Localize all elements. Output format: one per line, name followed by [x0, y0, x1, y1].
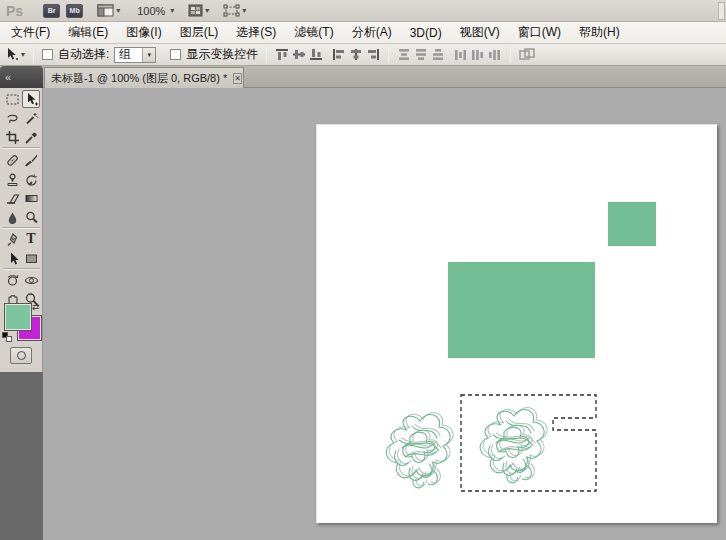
green-square-shape[interactable]: [608, 202, 656, 246]
move-tool[interactable]: [22, 90, 40, 108]
distribute-left-edges-icon[interactable]: [454, 48, 468, 61]
panel-well-background: [0, 372, 43, 540]
distribute-bottom-edges-icon[interactable]: [431, 48, 445, 61]
document-tab-bar: « 未标题-1 @ 100% (图层 0, RGB/8) * ✕: [0, 66, 726, 88]
menu-edit[interactable]: 编辑(E): [59, 21, 117, 44]
pen-tool[interactable]: [3, 230, 21, 248]
menu-filter[interactable]: 滤镜(T): [285, 21, 342, 44]
menu-3d[interactable]: 3D(D): [401, 23, 451, 43]
document-tab-title: 未标题-1 @ 100% (图层 0, RGB/8) *: [51, 71, 227, 86]
quick-mask-mode-button[interactable]: [10, 347, 32, 364]
launch-bridge-button[interactable]: Br: [43, 4, 60, 18]
menu-help[interactable]: 帮助(H): [570, 21, 629, 44]
crop-tool[interactable]: [3, 128, 21, 146]
3d-rotate-tool[interactable]: [3, 271, 21, 289]
view-extras-icon: [223, 4, 240, 17]
align-vertical-centers-icon[interactable]: [292, 48, 306, 61]
divider: [388, 47, 389, 63]
clone-stamp-tool[interactable]: [3, 170, 21, 188]
divider: [3, 147, 40, 149]
foreground-color-swatch[interactable]: [4, 303, 32, 331]
menu-window[interactable]: 窗口(W): [509, 21, 570, 44]
doodle-drawing-selected[interactable]: [471, 401, 557, 495]
quick-mask-icon: [17, 351, 26, 360]
spot-healing-brush-tool[interactable]: [3, 151, 21, 169]
chevron-down-icon: ▾: [21, 50, 25, 59]
path-selection-tool[interactable]: [3, 249, 21, 267]
quick-selection-tool[interactable]: [22, 109, 40, 127]
tool-panel: T ⇄: [0, 88, 43, 372]
align-bottom-edges-icon[interactable]: [309, 48, 323, 61]
photoshop-logo: Ps: [6, 3, 23, 19]
chevron-down-icon: ▾: [116, 6, 120, 15]
gradient-tool[interactable]: [22, 189, 40, 207]
distribute-vertical-centers-icon[interactable]: [414, 48, 428, 61]
eyedropper-tool[interactable]: [22, 128, 40, 146]
chevron-down-icon: ▾: [242, 6, 246, 15]
close-tab-icon[interactable]: ✕: [233, 73, 242, 84]
workspace: T ⇄: [0, 88, 726, 540]
menu-file[interactable]: 文件(F): [2, 21, 59, 44]
zoom-level-value[interactable]: 100%: [134, 4, 168, 18]
tool-options-bar: ▾ 自动选择: 组 ▾ 显示变换控件: [0, 44, 726, 66]
align-left-edges-icon[interactable]: [332, 48, 346, 61]
menu-select[interactable]: 选择(S): [227, 21, 285, 44]
menu-view[interactable]: 视图(V): [451, 21, 509, 44]
chevron-down-icon: ▾: [170, 6, 174, 15]
document-canvas[interactable]: [316, 124, 717, 523]
blur-tool[interactable]: [3, 208, 21, 226]
divider: [3, 227, 40, 229]
move-tool-icon: [4, 47, 19, 62]
auto-align-layers-icon[interactable]: [519, 48, 535, 61]
menu-bar: 文件(F) 编辑(E) 图像(I) 图层(L) 选择(S) 滤镜(T) 分析(A…: [0, 22, 726, 44]
screen-mode-icon: [188, 4, 203, 17]
divider: [266, 47, 267, 63]
auto-select-mode-dropdown[interactable]: 组 ▾: [114, 47, 156, 63]
history-brush-tool[interactable]: [22, 170, 40, 188]
align-top-edges-icon[interactable]: [275, 48, 289, 61]
align-horizontal-centers-icon[interactable]: [349, 48, 363, 61]
dodge-tool[interactable]: [22, 208, 40, 226]
canvas-area[interactable]: [43, 88, 726, 540]
launch-mini-bridge-button[interactable]: Mb: [66, 4, 83, 18]
screen-mode-control[interactable]: ▾: [188, 4, 209, 17]
application-bar: Ps Br Mb ▾ 100% ▾ ▾ ▾: [0, 0, 726, 22]
tool-preset-picker[interactable]: ▾: [4, 47, 25, 62]
lasso-tool[interactable]: [3, 109, 21, 127]
collapse-tool-panel-button[interactable]: «: [0, 66, 43, 88]
type-tool[interactable]: T: [22, 230, 40, 248]
divider: [33, 47, 34, 63]
distribute-top-edges-icon[interactable]: [397, 48, 411, 61]
show-transform-controls-checkbox[interactable]: [170, 49, 181, 60]
menu-image[interactable]: 图像(I): [117, 21, 170, 44]
distribute-buttons-group: [397, 48, 502, 61]
view-extras-control[interactable]: ▾: [223, 4, 246, 17]
chevron-down-icon: ▾: [205, 6, 209, 15]
rectangular-marquee-tool[interactable]: [3, 90, 21, 108]
auto-select-mode-value: 组: [119, 46, 131, 63]
3d-orbit-tool[interactable]: [22, 271, 40, 289]
rectangle-shape-tool[interactable]: [22, 249, 40, 267]
auto-select-checkbox[interactable]: [42, 49, 53, 60]
divider: [510, 47, 511, 63]
zoom-level-control[interactable]: 100% ▾: [134, 4, 174, 18]
window-edge-decoration: [718, 2, 725, 20]
menu-analysis[interactable]: 分析(A): [343, 21, 401, 44]
document-tab[interactable]: 未标题-1 @ 100% (图层 0, RGB/8) * ✕: [44, 67, 244, 88]
doodle-drawing-left[interactable]: [377, 406, 463, 500]
arrange-documents-icon: [97, 4, 114, 17]
show-transform-controls-label: 显示变换控件: [186, 46, 258, 63]
distribute-horizontal-centers-icon[interactable]: [471, 48, 485, 61]
arrange-documents-control[interactable]: ▾: [97, 4, 120, 17]
chevron-down-icon: ▾: [142, 48, 155, 62]
distribute-right-edges-icon[interactable]: [488, 48, 502, 61]
align-buttons-group: [275, 48, 380, 61]
swap-colors-icon[interactable]: ⇄: [32, 302, 40, 312]
divider: [3, 268, 40, 270]
eraser-tool[interactable]: [3, 189, 21, 207]
default-colors-icon[interactable]: [2, 332, 12, 342]
green-rectangle-shape[interactable]: [448, 262, 595, 358]
menu-layer[interactable]: 图层(L): [171, 21, 228, 44]
brush-tool[interactable]: [22, 151, 40, 169]
align-right-edges-icon[interactable]: [366, 48, 380, 61]
